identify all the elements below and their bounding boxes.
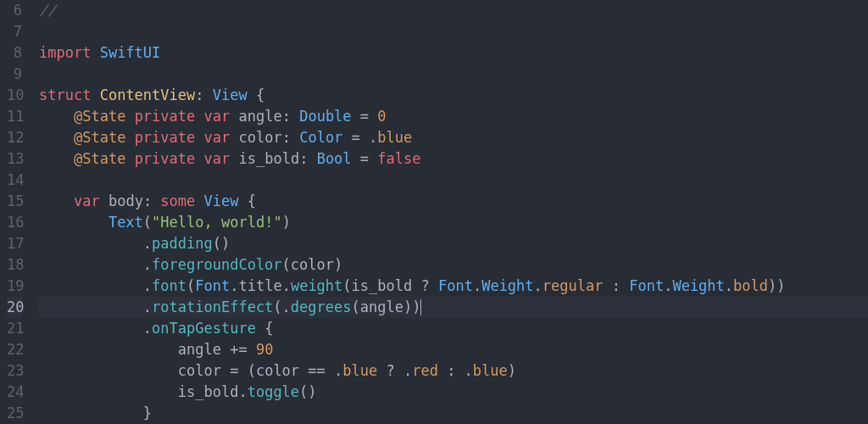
token-punc: .	[230, 277, 238, 294]
line-number: 11	[7, 106, 22, 127]
token-punc: (	[186, 277, 195, 294]
token-fn: font	[152, 277, 186, 294]
line-number: 15	[7, 191, 22, 212]
code-line[interactable]: .font(Font.title.weight(is_bold ? Font.W…	[39, 276, 868, 297]
token-punc: ()	[213, 235, 230, 252]
token-punc: :	[195, 86, 212, 103]
token-kw2: var	[74, 192, 100, 209]
token-punc: .	[473, 277, 481, 294]
token-punc: .	[282, 277, 291, 294]
line-number: 9	[7, 64, 22, 85]
token-var: is_bold	[178, 383, 239, 400]
code-line[interactable]	[39, 64, 868, 85]
token-kw2: var	[204, 108, 231, 125]
token-punc: .	[534, 277, 542, 294]
token-ty: Weight	[672, 277, 724, 294]
code-line[interactable]: @State private var color: Color = .blue	[39, 127, 868, 148]
token-ty: Font	[438, 277, 473, 294]
token-punc: :	[603, 277, 629, 294]
token-id: ContentView	[100, 86, 196, 103]
token-bool: false	[377, 150, 420, 167]
token-punc: =	[352, 150, 378, 167]
text-cursor	[420, 299, 421, 315]
token-kw2: import	[39, 44, 91, 61]
token-punc: (	[352, 298, 360, 315]
token-punc: : .	[438, 362, 473, 379]
token-fn: toggle	[248, 383, 299, 400]
token-punc: )	[508, 362, 516, 379]
token-punc: :	[282, 129, 299, 146]
code-line[interactable]: angle += 90	[39, 339, 868, 360]
line-number: 24	[7, 382, 22, 403]
line-number: 13	[7, 148, 22, 170]
token-kw2: var	[204, 150, 231, 167]
token-var: angle	[178, 341, 221, 358]
token-fn: degrees	[291, 298, 352, 315]
token-ty: Text	[108, 214, 143, 231]
token-punc: = (	[221, 362, 256, 379]
code-line[interactable]: var body: some View {	[39, 191, 868, 212]
line-number: 23	[7, 360, 22, 382]
code-line[interactable]: //	[39, 0, 868, 21]
token-ty: Font	[195, 277, 230, 294]
code-line[interactable]: color = (color == .blue ? .red : .blue)	[39, 360, 868, 382]
code-line[interactable]	[39, 170, 868, 191]
token-ty: Bool	[317, 150, 352, 167]
token-var: color	[291, 256, 334, 273]
token-kw2: some	[160, 192, 195, 209]
token-ty: Double	[299, 108, 351, 125]
code-line[interactable]: .onTapGesture {	[39, 318, 868, 339]
token-kw2: struct	[39, 86, 91, 103]
token-ty: View	[213, 86, 248, 103]
token-punc: }	[143, 404, 152, 421]
token-enum: regular	[542, 277, 604, 294]
token-var: angle	[239, 108, 282, 125]
token-punc: :	[299, 150, 316, 167]
token-punc: )	[334, 256, 342, 273]
token-str: "Hello, world!"	[152, 214, 282, 231]
token-enum: bold	[733, 277, 768, 294]
code-line[interactable]: .foregroundColor(color)	[39, 254, 868, 276]
code-line[interactable]: import SwiftUI	[39, 42, 868, 64]
token-ty: Weight	[481, 277, 533, 294]
code-line[interactable]: }	[39, 403, 868, 424]
token-enum: blue	[342, 362, 377, 379]
token-punc: ))	[768, 277, 785, 294]
code-line[interactable]: @State private var is_bold: Bool = false	[39, 148, 868, 170]
token-punc: ? .	[377, 362, 412, 379]
code-line[interactable]: struct ContentView: View {	[39, 85, 868, 106]
token-num: 0	[377, 108, 386, 125]
code-line[interactable]: Text("Hello, world!")	[39, 212, 868, 233]
line-number: 17	[7, 233, 22, 254]
token-punc: .	[725, 277, 733, 294]
code-line[interactable]: .rotationEffect(.degrees(angle))	[39, 297, 868, 318]
token-enum: blue	[473, 362, 508, 379]
token-punc: {	[256, 320, 273, 337]
code-line[interactable]	[39, 21, 868, 42]
token-punc: {	[248, 86, 264, 103]
line-number: 7	[7, 21, 22, 42]
token-punc: =	[352, 108, 378, 125]
token-fn: onTapGesture	[152, 320, 256, 337]
token-kw2: private	[135, 150, 196, 167]
code-editor[interactable]: 678910111213141516171819202122232425 // …	[0, 0, 868, 424]
code-line[interactable]: @State private var angle: Double = 0	[39, 106, 868, 127]
token-enum: blue	[377, 129, 412, 146]
token-var: color	[256, 362, 299, 379]
token-punc: :	[143, 192, 160, 209]
line-number-gutter: 678910111213141516171819202122232425	[0, 0, 32, 424]
token-at: @State	[74, 150, 125, 167]
token-at: @State	[74, 108, 125, 125]
token-at: @State	[74, 129, 125, 146]
line-number: 10	[7, 85, 22, 106]
code-line[interactable]: is_bold.toggle()	[39, 382, 868, 403]
line-number: 16	[7, 212, 22, 233]
code-area[interactable]: // import SwiftUI struct ContentView: Vi…	[32, 0, 868, 424]
token-fn: rotationEffect	[152, 298, 273, 315]
token-fn: padding	[152, 235, 213, 252]
token-enum: red	[412, 362, 438, 379]
token-ty: View	[204, 192, 239, 209]
token-ty: Font	[629, 277, 664, 294]
code-line[interactable]: .padding()	[39, 233, 868, 254]
token-punc: (	[282, 256, 291, 273]
